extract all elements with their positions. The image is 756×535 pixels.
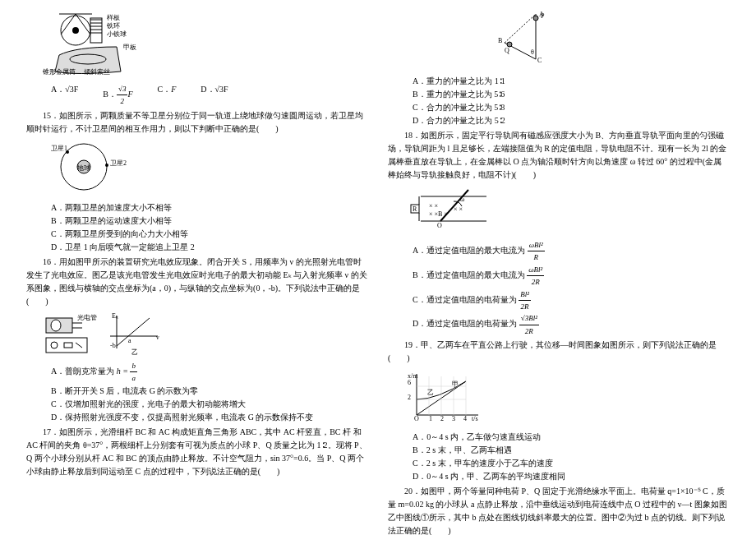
svg-text:t/s: t/s (472, 415, 478, 422)
svg-text:C: C (537, 57, 542, 64)
q14-option-d: D．√3F (201, 83, 228, 108)
svg-text:ω: ω (460, 196, 464, 203)
svg-text:乙: 乙 (427, 389, 434, 396)
svg-line-33 (505, 14, 536, 43)
svg-text:ν: ν (156, 334, 159, 341)
q15-option-d: D．卫星 1 向后喷气就一定能追上卫星 2 (51, 241, 368, 254)
q16-option-d: D．保持照射光强度不变，仅提高照射光频率，电流表 G 的示数保持不变 (51, 411, 368, 424)
label-f: 倾斜索丝 (84, 68, 110, 76)
svg-text:-b: -b (110, 342, 116, 349)
svg-text:6: 6 (408, 379, 411, 386)
q16-stem: 16．用如图甲所示的装置研究光电效应现象。闭合开关 S，用频率为 ν 的光照射光… (26, 256, 368, 308)
q18-stem: 18．如图所示，固定平行导轨间有磁感应强度大小为 B、方向垂直导轨平面向里的匀强… (388, 129, 730, 182)
svg-text:O: O (414, 415, 419, 422)
q14-options: A．√3F B．√32F C．F D．√3F (51, 83, 368, 108)
q17-option-c: C．合力的冲量之比为 5∶8 (413, 101, 730, 114)
q17-figure: A P B Q C θ (495, 10, 560, 67)
left-column: 样板 铁环 小铁球 甲板 锥形金属筒 倾斜索丝 A．√3F B．√32F C．F… (16, 7, 378, 528)
svg-point-15 (51, 320, 61, 331)
right-column: A P B Q C θ A．重力的冲量之比为 1∶1 B．重力的冲量之比为 5∶… (378, 7, 740, 528)
q19-option-c: C．2 s 末，甲车的速度小于乙车的速度 (413, 457, 730, 470)
svg-line-22 (76, 343, 82, 348)
q14-option-c: C．F (158, 83, 177, 108)
svg-text:a: a (128, 337, 131, 344)
q19-option-d: D．0～4 s 内，甲、乙两车的平均速度相同 (413, 470, 730, 483)
q15-option-b: B．两颗卫星的运动速度大小相等 (51, 214, 368, 228)
q15-option-c: C．两颗卫星所受到的向心力大小相等 (51, 228, 368, 241)
svg-rect-5 (90, 18, 102, 43)
q17-option-a: A．重力的冲量之比为 1∶1 (413, 75, 730, 88)
svg-text:乙: 乙 (131, 348, 138, 356)
label-d: 甲板 (123, 44, 136, 51)
svg-line-27 (117, 318, 150, 346)
svg-text:卫星1: 卫星1 (51, 145, 67, 152)
svg-text:1: 1 (429, 415, 432, 422)
svg-text:P: P (541, 12, 545, 20)
q17-option-b: B．重力的冲量之比为 5∶6 (413, 88, 730, 101)
svg-point-34 (533, 16, 538, 21)
label-b: 铁环 (106, 22, 120, 30)
q16-option-a: A．普朗克常量为 h = ba (51, 360, 368, 385)
svg-text:地球: 地球 (76, 164, 90, 172)
svg-text:× ×: × × (429, 202, 438, 210)
q18-figure: R O × × × ×B × × × ω (404, 187, 495, 232)
svg-rect-19 (46, 338, 87, 353)
q18-option-a: A．通过定值电阻的最大电流为 ωBl²R (413, 239, 730, 264)
svg-text:θ: θ (531, 48, 534, 56)
svg-text:B: B (498, 37, 502, 44)
svg-text:× ×B ×: × ×B × (429, 210, 448, 218)
q14-option-a: A．√3F (51, 83, 78, 108)
q16-option-c: C．仅增加照射光的强度，光电子的最大初动能将增大 (51, 398, 368, 411)
q18-option-d: D．通过定值电阻的电荷量为 √3Bl²2R (413, 312, 730, 337)
svg-text:Eₖ: Eₖ (112, 312, 118, 320)
svg-text:卫星2: 卫星2 (110, 159, 127, 167)
q14-option-b: B．√32F (103, 83, 132, 108)
svg-text:2: 2 (440, 415, 444, 422)
q15-stem: 15．如图所示，两颗质量不等卫星分别位于同一轨道上绕地球做匀速圆周运动，若卫星均… (26, 109, 368, 136)
q17-stem: 17．如图所示，光滑细杆 BC 和 AC 构成矩直角三角形 ABC，其中 AC … (26, 426, 368, 478)
svg-text:O: O (437, 222, 442, 229)
svg-text:3: 3 (452, 415, 455, 422)
svg-text:甲: 甲 (452, 380, 459, 388)
svg-text:4: 4 (463, 415, 467, 422)
q17-option-d: D．合力的冲量之比为 5∶2 (413, 114, 730, 127)
label-e: 锥形金属筒 (43, 68, 76, 76)
svg-text:2: 2 (408, 394, 411, 401)
q18-option-b: B．通过定值电阻的最大电流为 ωBl²2R (413, 264, 730, 288)
q16-option-b: B．断开开关 S 后，电流表 G 的示数为零 (51, 385, 368, 398)
svg-point-20 (51, 342, 58, 348)
label-a: 样板 (107, 14, 120, 21)
q14-figure: 样板 铁环 小铁球 甲板 锥形金属筒 倾斜索丝 (43, 10, 150, 76)
svg-point-1 (72, 27, 79, 34)
q16-figure: 光电管 Eₖ ν a -b 乙 (43, 311, 362, 357)
q19-stem: 19．甲、乙两车在平直公路上行驶，其位移—时间图象如图所示，则下列说法正确的是(… (388, 339, 730, 365)
q20-stem: 20．如图甲，两个等量同种电荷 P、Q 固定于光滑绝缘水平面上。电荷量 q=1×… (388, 485, 730, 535)
q19-option-a: A．0～4 s 内，乙车做匀速直线运动 (413, 431, 730, 444)
svg-text:R: R (413, 205, 417, 213)
svg-text:Q: Q (505, 47, 509, 54)
q15-option-a: A．两颗卫星的加速度大小不相等 (51, 201, 368, 214)
q19-option-b: B．2 s 末，甲、乙两车相遇 (413, 444, 730, 457)
q19-figure: x/m t/s 6 2 O 1 2 3 4 甲 乙 (404, 370, 486, 423)
svg-text:光电管: 光电管 (77, 314, 97, 321)
q15-figure: 地球 卫星1 卫星2 (43, 141, 133, 194)
svg-text:× ×: × × (454, 205, 463, 213)
svg-rect-21 (64, 343, 72, 348)
label-c: 小铁球 (107, 30, 127, 38)
q18-option-c: C．通过定值电阻的电荷量为 Bl²2R (413, 288, 730, 313)
svg-point-12 (105, 164, 108, 167)
